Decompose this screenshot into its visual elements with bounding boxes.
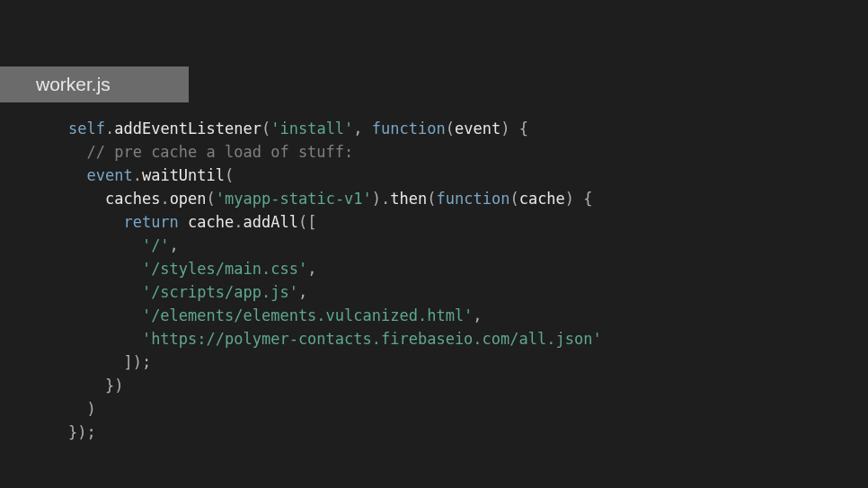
code-token-punct: . (234, 213, 243, 231)
code-token-method: then (390, 190, 427, 208)
code-token-punct (68, 306, 142, 324)
code-token-ident: caches (105, 190, 160, 208)
code-token-punct: , (170, 236, 179, 254)
code-token-method: open (170, 190, 207, 208)
code-token-var: event (86, 166, 132, 184)
code-token-punct: ) { (500, 120, 528, 138)
code-token-punct: ( (225, 166, 234, 184)
code-token-punct: ( (207, 190, 216, 208)
code-token-string: '/styles/main.css' (142, 260, 307, 278)
code-token-punct: }); (68, 423, 96, 441)
code-token-punct (68, 236, 142, 254)
code-line: }) (68, 374, 602, 397)
code-line: '/elements/elements.vulcanized.html', (68, 304, 602, 327)
code-line: ) (68, 397, 602, 421)
code-line: }); (68, 421, 602, 444)
code-line: return cache.addAll([ (68, 210, 602, 234)
code-token-string: 'install' (270, 120, 353, 138)
code-token-punct: . (105, 120, 114, 138)
code-token-ident: cache (519, 190, 565, 208)
code-token-ident: cache (188, 213, 234, 231)
code-line: '/', (68, 234, 602, 257)
code-token-punct: ( (427, 190, 436, 208)
code-token-punct (68, 260, 142, 278)
code-token-var: self (68, 120, 105, 138)
code-token-keyword: return (123, 213, 178, 231)
code-token-punct (68, 143, 86, 161)
file-tab[interactable]: worker.js (0, 67, 189, 102)
code-line: caches.open('myapp-static-v1').then(func… (68, 187, 602, 210)
file-tab-label: worker.js (36, 74, 111, 95)
code-line: '/scripts/app.js', (68, 280, 602, 304)
code-token-punct: . (133, 166, 142, 184)
code-token-punct (68, 190, 105, 208)
code-token-string: 'myapp-static-v1' (216, 190, 372, 208)
code-editor[interactable]: self.addEventListener('install', functio… (68, 117, 602, 444)
code-token-punct: ). (372, 190, 390, 208)
code-token-keyword: function (437, 190, 510, 208)
code-token-punct: ([ (298, 213, 316, 231)
code-line: // pre cache a load of stuff: (68, 140, 602, 164)
code-token-punct: . (160, 190, 169, 208)
code-token-punct: ) { (565, 190, 593, 208)
code-token-punct: }) (68, 377, 123, 395)
code-token-method: addAll (244, 213, 298, 231)
code-token-punct: , (298, 283, 307, 301)
code-token-punct (68, 166, 86, 184)
code-token-string: '/scripts/app.js' (142, 283, 298, 301)
code-token-punct: ( (446, 120, 455, 138)
code-token-method: waitUntil (142, 166, 225, 184)
code-line: '/styles/main.css', (68, 257, 602, 280)
code-line: 'https://polymer-contacts.firebaseio.com… (68, 327, 602, 350)
code-token-punct: ]); (68, 353, 151, 371)
code-token-punct (68, 213, 123, 231)
code-token-punct (179, 213, 188, 231)
code-token-string: '/' (142, 236, 170, 254)
code-line: event.waitUntil( (68, 164, 602, 187)
code-token-punct: , (307, 260, 316, 278)
code-token-string: 'https://polymer-contacts.firebaseio.com… (142, 330, 602, 348)
code-line: ]); (68, 350, 602, 374)
code-token-punct (68, 330, 142, 348)
code-token-string: '/elements/elements.vulcanized.html' (142, 306, 473, 324)
code-token-method: addEventListener (114, 120, 261, 138)
code-token-keyword: function (372, 120, 446, 138)
code-line: self.addEventListener('install', functio… (68, 117, 602, 140)
code-token-punct: ) (68, 400, 96, 418)
code-token-punct: ( (261, 120, 270, 138)
code-token-punct: , (353, 120, 371, 138)
code-token-ident: event (455, 120, 500, 138)
code-token-punct: ( (509, 190, 518, 208)
code-token-comment: // pre cache a load of stuff: (86, 143, 353, 161)
code-token-punct: , (473, 306, 482, 324)
code-token-punct (68, 283, 142, 301)
